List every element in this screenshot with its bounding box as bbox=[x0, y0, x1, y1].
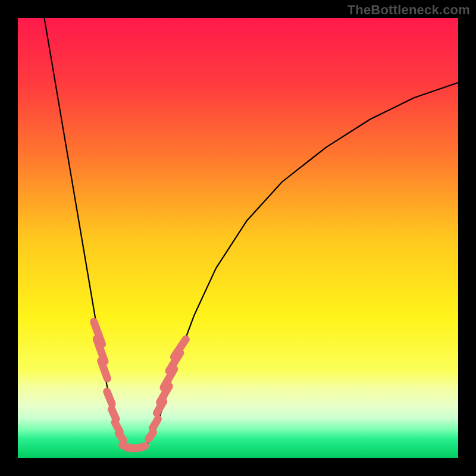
curve-marker bbox=[147, 414, 163, 433]
curve-left-branch bbox=[44, 18, 126, 448]
curve-marker bbox=[102, 387, 117, 409]
watermark-text: TheBottleneck.com bbox=[347, 2, 470, 18]
curve-layer bbox=[18, 18, 458, 458]
curve-right-branch bbox=[143, 83, 458, 449]
curve-marker bbox=[96, 356, 112, 383]
marker-group bbox=[89, 317, 191, 453]
plot-area bbox=[18, 18, 458, 458]
chart-frame: TheBottleneck.com bbox=[0, 0, 476, 476]
